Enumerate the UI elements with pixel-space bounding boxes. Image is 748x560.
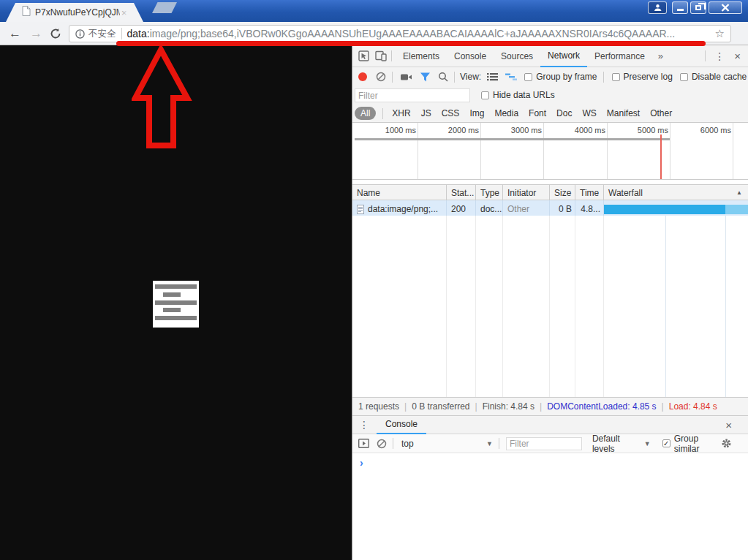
inspect-element-icon[interactable] [358, 50, 369, 61]
overview-load-marker [660, 135, 662, 179]
type-filter-css[interactable]: CSS [437, 108, 465, 118]
view-overview-icon[interactable] [505, 72, 517, 81]
view-list-icon[interactable] [487, 72, 498, 81]
timeline-gridline [670, 123, 670, 179]
reload-icon [50, 28, 61, 39]
preserve-log-checkbox[interactable] [612, 73, 620, 81]
rendered-png-image [153, 281, 199, 328]
sort-ascending-icon: ▲ [736, 189, 742, 196]
device-toolbar-icon[interactable] [375, 50, 387, 61]
devtools-menu-icon[interactable]: ⋮ [709, 50, 730, 62]
tab-sources[interactable]: Sources [494, 45, 540, 67]
window-close-button[interactable] [709, 1, 742, 14]
summary-transferred: 0 B transferred [412, 401, 469, 412]
drawer-tab-console[interactable]: Console [377, 415, 426, 434]
drawer-close-icon[interactable]: × [721, 419, 748, 431]
column-header-waterfall[interactable]: Waterfall ▲ [604, 185, 748, 200]
console-sidebar-icon[interactable] [358, 439, 369, 448]
console-output-area[interactable]: › [352, 453, 748, 560]
column-header-time[interactable]: Time [575, 185, 604, 200]
person-icon [654, 4, 662, 12]
type-filter-font[interactable]: Font [524, 108, 551, 118]
column-header-size[interactable]: Size [550, 185, 575, 200]
back-button[interactable]: ← [4, 27, 26, 39]
console-settings-gear-icon[interactable] [721, 438, 732, 449]
preserve-log-label: Preserve log [624, 72, 673, 82]
console-drawer-header: ⋮ Console × [352, 415, 748, 434]
more-tabs-icon[interactable]: » [652, 50, 669, 61]
summary-finish: Finish: 4.84 s [483, 401, 534, 412]
drawer-menu-icon[interactable]: ⋮ [352, 419, 377, 431]
url-text[interactable]: data:image/png;base64,iVBORw0KGgoAAAANSU… [127, 28, 709, 39]
request-name-cell[interactable]: data:image/png;... [352, 200, 447, 216]
summary-separator: | [662, 401, 664, 412]
timeline-gridline [733, 123, 733, 179]
log-levels-select[interactable]: Default levels ▼ [592, 434, 651, 454]
minimize-button[interactable] [672, 1, 688, 14]
view-label: View: [460, 72, 481, 82]
type-filter-xhr[interactable]: XHR [387, 108, 415, 118]
restore-icon [695, 5, 701, 10]
restore-button[interactable] [690, 1, 706, 14]
tab-performance[interactable]: Performance [587, 45, 652, 67]
column-header-type[interactable]: Type [476, 185, 503, 200]
network-overview-timeline[interactable]: 1000 ms 2000 ms 3000 ms 4000 ms 5000 ms … [352, 123, 748, 180]
tab-network[interactable]: Network [540, 45, 587, 67]
type-filter-other[interactable]: Other [645, 108, 677, 118]
type-filter-doc[interactable]: Doc [551, 108, 577, 118]
column-divider [475, 216, 476, 397]
search-icon[interactable] [438, 72, 448, 82]
waterfall-bar-tail [725, 205, 748, 214]
console-filter-input[interactable] [506, 437, 582, 450]
reload-button[interactable] [50, 28, 61, 39]
column-divider [446, 216, 447, 397]
request-status-cell: 200 [447, 200, 476, 216]
hide-data-urls-label: Hide data URLs [493, 90, 555, 100]
forward-button[interactable]: → [26, 27, 47, 39]
console-prompt-chevron: › [360, 457, 363, 469]
timeline-gridline [418, 123, 418, 179]
url-body: image/png;base64,iVBORw0KGgoAAAANSUhEUgA… [150, 28, 676, 39]
type-filter-ws[interactable]: WS [577, 108, 601, 118]
new-tab-button[interactable] [152, 2, 177, 13]
omnibox-separator [121, 28, 122, 39]
filter-funnel-icon[interactable] [420, 72, 431, 82]
console-clear-icon[interactable] [377, 439, 387, 449]
toolbar-divider [603, 72, 604, 83]
type-filter-img[interactable]: Img [464, 108, 489, 118]
column-header-status[interactable]: Stat... [447, 185, 476, 200]
page-favicon-icon [22, 6, 31, 19]
window-controls [646, 1, 742, 14]
column-divider [549, 216, 550, 397]
request-time-cell: 4.8... [575, 200, 604, 216]
column-header-initiator[interactable]: Initiator [503, 185, 550, 200]
tab-console[interactable]: Console [447, 45, 494, 67]
hide-data-urls-checkbox[interactable] [481, 91, 489, 99]
network-filter-input[interactable] [355, 88, 470, 102]
screenshot-camera-icon[interactable] [401, 72, 412, 82]
tab-close-icon[interactable]: × [121, 8, 127, 18]
column-header-name[interactable]: Name [352, 185, 447, 200]
type-filter-all[interactable]: All [355, 107, 376, 120]
timeline-tick: 4000 ms [543, 126, 605, 135]
type-filter-media[interactable]: Media [489, 108, 524, 118]
tab-elements[interactable]: Elements [396, 45, 447, 67]
group-similar-checkbox[interactable]: ✓ [662, 439, 670, 447]
group-by-frame-checkbox[interactable] [524, 73, 532, 81]
summary-separator: | [540, 401, 542, 412]
clear-icon[interactable] [376, 72, 386, 82]
profile-button[interactable] [648, 1, 667, 14]
execution-context-select[interactable]: top ▼ [401, 439, 493, 449]
devtools-close-icon[interactable]: × [730, 50, 748, 62]
timeline-tick: 2000 ms [416, 126, 479, 135]
browser-tab[interactable]: P7xNwufuPeYCpjQJMR × [6, 3, 143, 22]
bookmark-star-icon[interactable]: ☆ [715, 27, 725, 40]
request-size-cell: 0 B [550, 200, 575, 216]
page-info-icon[interactable] [75, 29, 85, 39]
disable-cache-checkbox[interactable] [680, 73, 688, 81]
type-filter-manifest[interactable]: Manifest [602, 108, 645, 118]
record-icon[interactable] [358, 72, 367, 81]
omnibox[interactable]: 不安全 data:image/png;base64,iVBORw0KGgoAAA… [69, 25, 731, 42]
table-row[interactable]: data:image/png;... 200 doc... Other 0 B … [352, 200, 748, 216]
type-filter-js[interactable]: JS [416, 108, 437, 118]
